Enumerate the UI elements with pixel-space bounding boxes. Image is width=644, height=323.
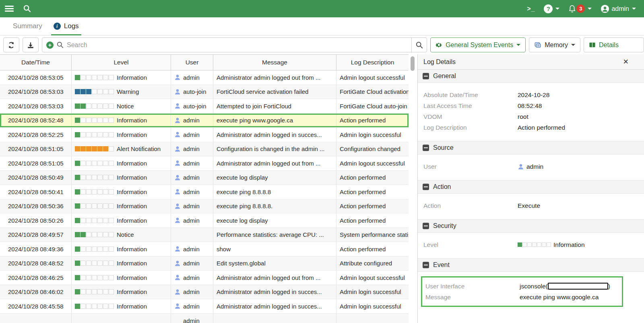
help-menu[interactable]: ? (544, 4, 559, 13)
download-button[interactable] (23, 37, 39, 52)
user-icon (174, 260, 181, 267)
tab-summary[interactable]: Summary (7, 22, 48, 35)
notifications-menu[interactable]: 3 (568, 4, 592, 13)
section-event[interactable]: Event (418, 259, 644, 272)
collapse-icon (423, 262, 429, 268)
level-label: Information (117, 274, 147, 281)
level-indicator (75, 75, 114, 80)
cell-level: Information (72, 299, 171, 313)
level-indicator (75, 203, 114, 209)
table-row[interactable]: 2024/10/28 08:52:25 Information admin Ad… (0, 128, 409, 142)
cell-description: Action performed (336, 199, 409, 213)
table-row[interactable]: 2024/10/28 08:48:52 Information admin Ed… (0, 257, 409, 271)
scrollbar-thumb[interactable] (411, 56, 415, 71)
table-row[interactable]: 2024/10/28 08:50:41 Information admin ex… (0, 185, 409, 199)
add-filter-icon[interactable]: + (46, 41, 54, 49)
section-event-body: User Interface jsconsole() Message execu… (418, 272, 644, 315)
cell-level (72, 314, 171, 323)
column-header-message[interactable]: Message (213, 55, 336, 70)
level-indicator (75, 246, 114, 252)
download-icon (27, 41, 34, 49)
user-avatar-icon (601, 4, 609, 13)
cell-user: admin (171, 257, 213, 271)
column-header-datetime[interactable]: Date/Time (0, 55, 72, 70)
cli-console-button[interactable]: >_ (527, 5, 535, 12)
column-header-description[interactable]: Log Description (336, 55, 409, 70)
close-icon[interactable]: ✕ (623, 58, 629, 66)
collapse-icon (423, 73, 429, 79)
cell-description: Admin login successful (336, 285, 409, 299)
details-toggle-button[interactable]: Details (584, 37, 644, 52)
cell-message: execute log display (213, 213, 336, 228)
table-row[interactable]: 2024/10/28 08:50:49 Information admin ex… (0, 171, 409, 185)
collapse-icon (423, 145, 429, 151)
log-source-dropdown[interactable]: Memory (529, 37, 580, 52)
table-row[interactable]: 2024/10/28 08:46:25 Information admin Ad… (0, 271, 409, 285)
cell-message: execute ping 8.8.8.8 (213, 185, 336, 199)
event-type-dropdown[interactable]: General System Events (430, 37, 526, 52)
level-label: Information (117, 288, 147, 295)
cell-datetime: 2024/10/28 08:48:52 (0, 257, 72, 271)
section-action[interactable]: Action (418, 180, 644, 194)
level-indicator (75, 161, 114, 166)
search-input[interactable] (67, 41, 407, 49)
level-label: Information (117, 117, 147, 124)
user-label: admin (183, 274, 200, 281)
cell-user (171, 228, 213, 242)
table-row[interactable]: 2024/10/28 08:46:02 Information admin Ad… (0, 285, 409, 300)
tab-logs[interactable]: i Logs (48, 22, 85, 35)
level-label: Information (117, 174, 147, 181)
search-bar: + (42, 37, 427, 52)
search-icon[interactable] (23, 5, 31, 12)
user-icon (174, 160, 181, 166)
cell-level: Alert Notification (72, 142, 171, 156)
section-security-body: Level Information (418, 233, 644, 259)
notification-badge: 3 (576, 4, 585, 13)
cell-datetime: 2024/10/28 08:51:05 (0, 142, 72, 156)
table-row[interactable]: 2024/10/28 08:53:05 Information admin Ad… (0, 70, 409, 85)
column-header-user[interactable]: User (171, 55, 213, 70)
cell-datetime: 2024/10/28 08:51:05 (0, 156, 72, 170)
cell-description: System performance statistics (336, 228, 409, 242)
column-header-level[interactable]: Level (72, 55, 171, 70)
level-indicator (75, 118, 114, 123)
cell-datetime: 2024/10/28 08:52:25 (0, 128, 72, 142)
table-row[interactable]: 2024/10/28 08:51:05 Information admin Ad… (0, 156, 409, 171)
section-security[interactable]: Security (418, 219, 644, 233)
cell-level: Information (72, 257, 171, 271)
section-source[interactable]: Source (418, 141, 644, 155)
user-icon (174, 289, 181, 295)
table-row[interactable]: 2024/10/28 08:52:48 Information admin ex… (0, 114, 409, 128)
table-row[interactable]: 2024/10/28 08:53:03 Notice auto-join Att… (0, 99, 409, 114)
table-row[interactable]: 2024/10/28 08:53:03 Warning auto-join Fo… (0, 85, 409, 99)
field-label: Action (423, 202, 518, 209)
level-label: Information (117, 188, 147, 195)
cell-level: Notice (72, 228, 171, 242)
field-value: Execute (518, 202, 540, 209)
table-row[interactable]: 2024/10/28 08:50:36 Information admin ex… (0, 199, 409, 214)
cell-level: Information (72, 199, 171, 213)
menu-icon[interactable] (5, 4, 14, 13)
search-submit-button[interactable] (411, 38, 427, 52)
top-navbar: >_ ? 3 admin (0, 0, 644, 17)
table-row[interactable]: 2024/10/28 08:51:05 Alert Notification a… (0, 142, 409, 157)
cell-message: Administrator admin logged in succes... (213, 299, 336, 313)
level-label: Information (117, 303, 147, 310)
cell-datetime (0, 314, 72, 323)
cell-description: Admin logout successful (336, 70, 409, 85)
refresh-button[interactable] (3, 37, 19, 52)
table-row[interactable]: 2024/10/28 08:49:36 Information admin sh… (0, 242, 409, 257)
table-scrollbar[interactable] (409, 54, 417, 323)
section-source-body: User admin (418, 155, 644, 180)
table-row[interactable]: 2024/10/28 08:49:57 Notice Performance s… (0, 228, 409, 242)
collapse-icon (423, 184, 429, 190)
cell-datetime: 2024/10/28 08:45:58 (0, 299, 72, 313)
user-menu[interactable]: admin (601, 4, 636, 13)
section-action-body: ActionExecute (418, 194, 644, 219)
table-row[interactable]: 2024/10/28 08:45:58 Information admin Ad… (0, 299, 409, 314)
section-general[interactable]: General (418, 70, 644, 83)
table-row[interactable]: 2024/10/28 08:50:26 Information admin ex… (0, 213, 409, 228)
level-indicator (75, 261, 114, 266)
table-row[interactable]: admin (0, 314, 409, 323)
cell-message: Attempted to join FortiCloud (213, 99, 336, 113)
